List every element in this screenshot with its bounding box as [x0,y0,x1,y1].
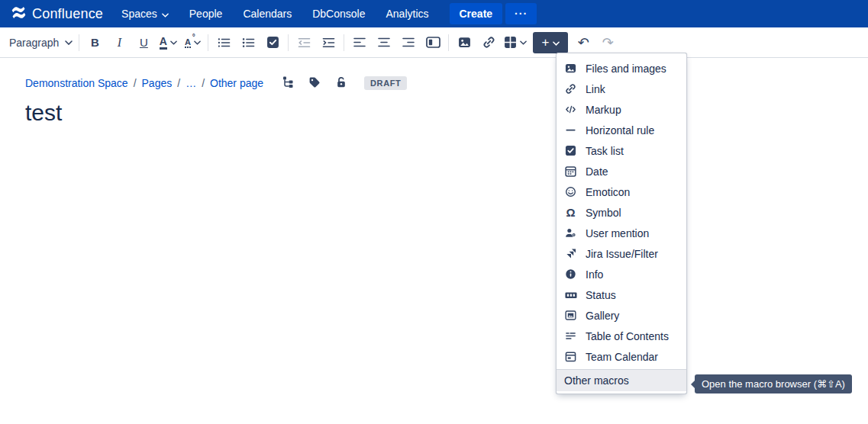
unlock-icon[interactable] [335,76,347,91]
align-left-button[interactable] [350,31,369,54]
horizontal-rule-icon [564,124,577,137]
link-icon [564,82,577,95]
menu-item-horizontal-rule[interactable]: Horizontal rule [557,120,686,140]
breadcrumb-space-link[interactable]: Demonstration Space [25,77,128,89]
chevron-down-icon [520,40,527,45]
nav-item-calendars[interactable]: Calendars [243,8,292,20]
undo-button[interactable]: ↶ [574,31,592,54]
macro-browser-tooltip: Open the macro browser (⌘⇧A) [695,374,852,393]
files-and-images-icon [564,62,577,75]
align-center-button[interactable] [375,31,393,54]
menu-item-symbol[interactable]: Symbol [557,202,686,223]
menu-item-task-list[interactable]: Task list [557,140,686,161]
menu-item-info[interactable]: Info [557,264,686,284]
chevron-down-icon [170,40,177,45]
chevron-down-icon [162,8,169,20]
task-list-button[interactable] [263,31,282,54]
breadcrumb-separator: / [134,77,137,89]
toolbar-separator [448,34,449,51]
menu-item-table-of-contents[interactable]: Table of Contents [557,326,686,346]
insert-more-content-button[interactable]: + [533,32,568,53]
menu-item-files-and-images[interactable]: Files and images [557,58,686,79]
indent-button[interactable] [319,31,337,54]
page-action-icons [282,75,347,91]
jira-logo-icon [564,247,577,260]
insert-content-dropdown-menu: Files and images Link Markup Horizontal … [556,53,687,394]
draft-status-badge: DRAFT [364,76,407,90]
menu-item-link[interactable]: Link [557,79,686,99]
menu-item-user-mention[interactable]: User mention [557,223,686,243]
team-calendar-icon [564,350,577,363]
nav-more-button[interactable]: ··· [505,3,537,24]
align-right-button[interactable] [399,31,418,54]
symbol-omega-icon [564,206,577,219]
breadcrumb-collapsed-link[interactable]: … [186,77,196,89]
menu-item-emoticon[interactable]: Emoticon [557,181,686,202]
status-lozenge-icon [564,288,577,301]
menu-item-team-calendar[interactable]: Team Calendar [557,346,686,367]
toolbar-separator [344,34,344,51]
breadcrumb-pages-link[interactable]: Pages [142,77,173,89]
chevron-down-icon [553,37,560,48]
redo-button: ↷ [599,31,617,54]
emoticon-smiley-icon [564,185,577,198]
bullet-list-button[interactable] [215,31,233,54]
brand-name: Confluence [32,6,103,22]
insert-link-button[interactable] [479,31,498,54]
breadcrumb: Demonstration Space / Pages / … / Other … [25,75,407,91]
breadcrumb-separator: / [202,77,205,89]
confluence-logo-icon [11,5,27,24]
menu-item-status[interactable]: Status [557,284,686,305]
labels-tag-icon[interactable] [308,76,321,91]
underline-button[interactable]: U [134,31,153,54]
info-icon [564,268,577,281]
menu-item-gallery[interactable]: Gallery [557,305,686,326]
text-color-button[interactable]: A [159,31,177,54]
date-calendar-icon [564,165,577,178]
italic-button[interactable]: I [110,31,128,54]
confluence-editor-window: Confluence Spaces People Calendars DbCon… [0,0,868,424]
paragraph-style-dropdown[interactable]: Paragraph [9,31,73,54]
breadcrumb-separator: / [177,77,180,89]
menu-item-date[interactable]: Date [557,161,686,181]
outdent-button [295,31,313,54]
more-formatting-button[interactable]: A [183,31,202,54]
insert-table-button[interactable] [504,31,527,54]
breadcrumb-parent-page-link[interactable]: Other page [210,77,263,89]
editor-toolbar: Paragraph B I U A A [0,27,868,58]
user-mention-icon [564,226,577,239]
nav-item-dbconsole[interactable]: DbConsole [312,8,365,20]
top-navigation-bar: Confluence Spaces People Calendars DbCon… [0,0,868,27]
nav-item-spaces[interactable]: Spaces [121,8,169,20]
menu-item-other-macros[interactable]: Other macros [557,370,686,391]
page-layout-button[interactable] [424,31,442,54]
nav-item-analytics[interactable]: Analytics [386,8,428,20]
task-list-icon [564,144,577,157]
nav-item-people[interactable]: People [189,8,223,20]
page-tree-icon[interactable] [282,75,294,91]
chevron-down-icon [65,40,73,45]
confluence-logo[interactable]: Confluence [11,5,103,24]
page-title-field[interactable]: test [25,100,62,126]
menu-item-jira-issue-filter[interactable]: Jira Issue/Filter [557,243,686,264]
toolbar-separator [208,34,208,51]
numbered-list-button[interactable] [239,31,257,54]
gallery-icon [564,309,577,322]
menu-item-markup[interactable]: Markup [557,99,686,120]
insert-image-button[interactable] [455,31,473,54]
markup-code-icon [564,103,577,116]
toolbar-separator [79,34,79,51]
create-button[interactable]: Create [450,3,503,24]
bold-button[interactable]: B [86,31,104,54]
table-of-contents-icon [564,329,577,342]
toolbar-separator [288,34,289,51]
